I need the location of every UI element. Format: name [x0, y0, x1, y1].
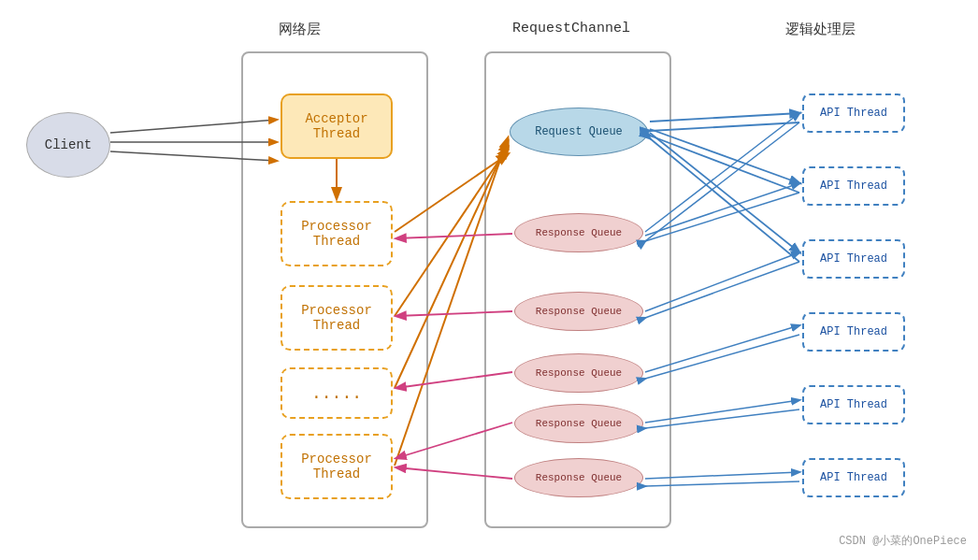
api-thread-4: API Thread — [802, 312, 905, 352]
acceptor-thread-box: Acceptor Thread — [280, 93, 393, 159]
svg-line-17 — [650, 133, 799, 252]
response-queue-2: Response Queue — [514, 292, 643, 331]
api-thread-1: API Thread — [802, 93, 905, 133]
request-channel-label: RequestChannel — [512, 21, 630, 36]
diagram: 网络层 RequestChannel 逻辑处理层 Client Acceptor… — [0, 0, 978, 560]
api-thread-3: API Thread — [802, 239, 905, 279]
dots-box: ..... — [280, 367, 393, 419]
svg-line-18 — [650, 138, 799, 262]
processor-thread-1: Processor Thread — [280, 201, 393, 266]
processor-thread-4: Processor Thread — [280, 434, 393, 499]
request-queue: Request Queue — [510, 108, 648, 156]
response-queue-4: Response Queue — [514, 404, 643, 443]
processor-thread-2: Processor Thread — [280, 285, 393, 351]
response-queue-3: Response Queue — [514, 353, 643, 393]
client-node: Client — [26, 112, 110, 178]
api-thread-6: API Thread — [802, 458, 905, 497]
watermark: CSDN @小菜的OnePiece — [839, 533, 967, 549]
svg-line-16 — [650, 136, 799, 193]
response-queue-1: Response Queue — [514, 213, 643, 252]
api-thread-2: API Thread — [802, 166, 905, 206]
svg-line-13 — [650, 113, 799, 122]
network-layer-label: 网络层 — [279, 21, 321, 38]
svg-line-14 — [650, 122, 799, 131]
svg-line-15 — [650, 129, 799, 183]
response-queue-5: Response Queue — [514, 458, 643, 497]
api-thread-5: API Thread — [802, 385, 905, 424]
logic-layer-label: 逻辑处理层 — [785, 21, 856, 38]
